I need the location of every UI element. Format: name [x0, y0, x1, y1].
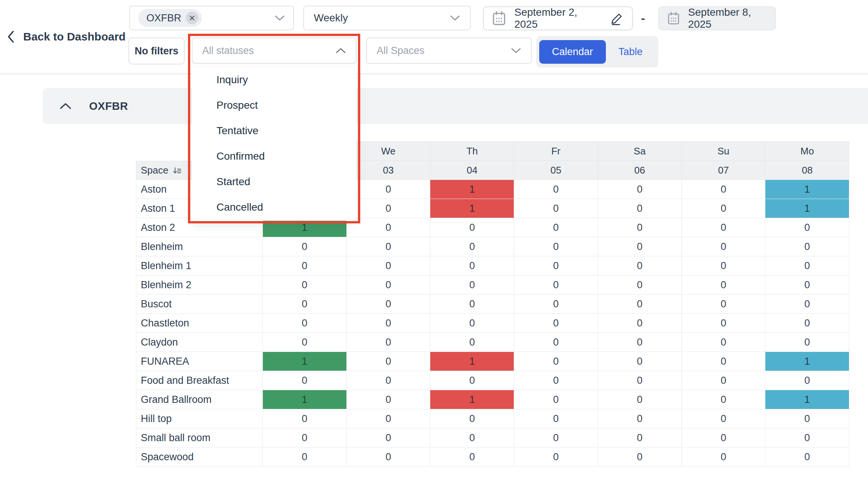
table-row: Chastleton0000000 [136, 314, 849, 333]
count-cell: 0 [682, 390, 766, 409]
table-row: FUNAREA1010001 [136, 352, 849, 371]
close-icon [189, 15, 195, 21]
collapse-chevron-icon[interactable] [59, 102, 72, 110]
calendar-view-button[interactable]: Calendar [539, 40, 606, 64]
end-date-value: September 8, 2025 [688, 6, 767, 30]
count-cell: 0 [514, 275, 598, 295]
count-cell: 1 [430, 390, 514, 409]
count-cell: 0 [514, 199, 598, 218]
count-cell: 1 [765, 199, 849, 218]
day-header-cell: We [347, 141, 431, 161]
count-cell: 0 [263, 448, 347, 467]
count-cell: 0 [430, 295, 514, 314]
count-cell: 0 [263, 409, 347, 428]
space-header-label: Space [141, 165, 169, 176]
section-title: OXFBR [89, 100, 128, 112]
count-cell: 0 [347, 218, 431, 237]
count-cell: 0 [598, 256, 682, 275]
status-select[interactable]: All statuses [192, 37, 356, 64]
count-cell: 0 [598, 390, 682, 409]
count-cell: 0 [765, 275, 849, 295]
count-cell: 0 [682, 218, 766, 237]
count-cell: 1 [765, 390, 849, 409]
period-value: Weekly [314, 12, 348, 24]
start-date-field[interactable]: September 2, 2025 [483, 6, 633, 30]
space-name-cell: Hill top [136, 409, 263, 428]
count-cell: 0 [598, 237, 682, 256]
status-placeholder: All statuses [202, 45, 254, 57]
status-option-tentative[interactable]: Tentative [192, 118, 356, 144]
count-cell: 0 [682, 448, 766, 467]
status-option-prospect[interactable]: Prospect [192, 93, 356, 118]
count-cell: 0 [682, 256, 766, 275]
status-option-cancelled[interactable]: Cancelled [192, 195, 356, 220]
section-header-oxfbr[interactable]: OXFBR [43, 88, 868, 124]
chevron-down-icon [274, 15, 285, 21]
edit-pencil-icon[interactable] [610, 12, 624, 25]
count-cell: 0 [347, 180, 431, 199]
space-name-cell: FUNAREA [136, 352, 263, 371]
count-cell: 0 [430, 428, 514, 448]
count-cell: 0 [598, 314, 682, 333]
spaces-select[interactable]: All Spaces [366, 37, 532, 64]
status-option-started[interactable]: Started [192, 169, 356, 195]
count-cell: 0 [765, 409, 849, 428]
table-row: Buscot0000000 [136, 295, 849, 314]
count-cell: 0 [430, 333, 514, 352]
table-row: Hill top0000000 [136, 409, 849, 428]
count-cell: 0 [347, 256, 431, 275]
count-cell: 0 [682, 409, 766, 428]
count-cell: 0 [347, 390, 431, 409]
no-filters-button[interactable]: No filters [128, 37, 185, 64]
count-cell: 0 [430, 448, 514, 467]
count-cell: 0 [430, 237, 514, 256]
count-cell: 0 [765, 428, 849, 448]
count-cell: 0 [765, 295, 849, 314]
date-header-cell: 08 [765, 161, 849, 180]
table-view-button[interactable]: Table [606, 40, 656, 64]
status-option-confirmed[interactable]: Confirmed [192, 144, 356, 169]
count-cell: 0 [430, 371, 514, 390]
count-cell: 0 [430, 256, 514, 275]
count-cell: 1 [263, 218, 347, 237]
start-date-value: September 2, 2025 [514, 6, 602, 30]
space-name-cell: Blenheim 1 [136, 256, 263, 275]
count-cell: 0 [347, 199, 431, 218]
period-select[interactable]: Weekly [303, 6, 471, 30]
space-name-cell: Food and Breakfast [136, 371, 263, 390]
table-row: Small ball room0000000 [136, 428, 849, 448]
count-cell: 0 [263, 371, 347, 390]
count-cell: 0 [598, 333, 682, 352]
count-cell: 1 [263, 390, 347, 409]
count-cell: 0 [765, 448, 849, 467]
end-date-field[interactable]: September 8, 2025 [658, 6, 776, 30]
count-cell: 0 [347, 448, 431, 467]
count-cell: 0 [430, 314, 514, 333]
chevron-up-icon [336, 47, 346, 54]
booking-grid-page: Back to Dashboard OXFBR Weekly [0, 0, 868, 479]
count-cell: 0 [682, 371, 766, 390]
back-to-dashboard-link[interactable]: Back to Dashboard [7, 30, 125, 43]
count-cell: 0 [263, 295, 347, 314]
day-header-cell: Fr [514, 141, 598, 161]
count-cell: 0 [598, 199, 682, 218]
count-cell: 0 [682, 295, 766, 314]
date-header-cell: 05 [514, 161, 598, 180]
count-cell: 0 [514, 448, 598, 467]
back-label: Back to Dashboard [23, 30, 125, 43]
count-cell: 1 [765, 180, 849, 199]
count-cell: 0 [598, 352, 682, 371]
count-cell: 0 [682, 314, 766, 333]
count-cell: 1 [263, 352, 347, 371]
space-name-cell: Chastleton [136, 314, 263, 333]
scope-select[interactable]: OXFBR [129, 6, 294, 30]
count-cell: 0 [514, 409, 598, 428]
chevron-left-icon [7, 30, 15, 43]
sort-icon [172, 166, 182, 175]
count-cell: 1 [765, 352, 849, 371]
remove-tag-button[interactable] [186, 12, 198, 24]
table-row: Blenheim0000000 [136, 237, 849, 256]
count-cell: 0 [347, 237, 431, 256]
status-option-inquiry[interactable]: Inquiry [192, 67, 356, 93]
count-cell: 0 [263, 333, 347, 352]
